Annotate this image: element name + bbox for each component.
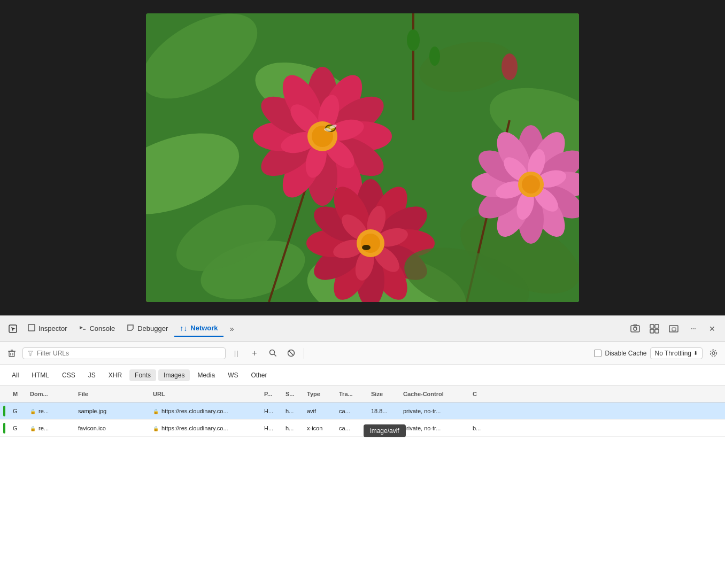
svg-point-55 [361, 234, 380, 253]
svg-point-105 [710, 350, 716, 357]
devtools-tab-bar: Inspector Console Debugger [0, 316, 725, 342]
lock-icon: 🔒 [30, 409, 36, 414]
svg-point-77 [407, 29, 420, 51]
filter-icon [27, 350, 34, 357]
filter-tab-all[interactable]: All [6, 369, 24, 381]
row-transfer: ca... [337, 408, 369, 414]
filter-tab-images[interactable]: Images [158, 369, 190, 381]
row-scheme: h... [283, 425, 305, 431]
svg-point-87 [634, 327, 637, 330]
pause-icon: || [234, 350, 238, 357]
svg-point-100 [269, 350, 274, 355]
row-cache: private, no-tr... [401, 425, 471, 431]
inspector-tab-label: Inspector [38, 324, 67, 332]
row-scheme: h... [283, 408, 305, 414]
svg-rect-92 [655, 329, 659, 333]
tab-bar-right: ··· ✕ [627, 320, 721, 337]
disable-cache-wrap[interactable]: Disable Cache [594, 350, 646, 357]
filter-url-input[interactable] [37, 350, 221, 357]
settings-button[interactable] [706, 346, 721, 361]
row-type: avif [305, 408, 337, 414]
tab-network[interactable]: ↑↓ Network [174, 321, 223, 337]
row-method: G [11, 425, 27, 431]
clear-requests-button[interactable] [4, 346, 19, 361]
screenshot-button[interactable] [627, 320, 644, 337]
pick-element-button[interactable] [4, 320, 21, 337]
responsive-button[interactable] [665, 320, 682, 337]
throttling-label: No Throttling [655, 350, 691, 357]
table-row[interactable]: G 🔒 re... favicon.ico 🔒 https://res.clou… [0, 420, 725, 437]
filter-tab-xhr[interactable]: XHR [103, 369, 127, 381]
webpage-content [146, 13, 579, 302]
svg-line-103 [289, 351, 294, 355]
header-c[interactable]: C [471, 391, 487, 397]
tab-inspector[interactable]: Inspector [22, 321, 72, 336]
block-button[interactable] [283, 346, 298, 361]
filter-tab-css[interactable]: CSS [57, 369, 81, 381]
tab-debugger[interactable]: Debugger [121, 321, 173, 336]
header-domain[interactable]: Dom... [27, 391, 75, 397]
design-button[interactable] [646, 320, 663, 337]
svg-line-101 [274, 354, 276, 357]
header-type[interactable]: Type [305, 391, 337, 397]
row-type: x-icon [305, 425, 337, 431]
svg-point-76 [522, 175, 540, 194]
tab-console[interactable]: Console [73, 321, 120, 336]
header-file[interactable]: File [75, 391, 150, 397]
chevron-icon: ⬍ [693, 350, 698, 356]
tab-more-button[interactable]: » [225, 321, 240, 336]
disable-cache-checkbox[interactable] [594, 350, 601, 357]
row-c: b... [471, 425, 487, 431]
filter-tab-media[interactable]: Media [192, 369, 220, 381]
row-url: 🔒 https://res.cloudinary.co... [150, 425, 262, 431]
filter-tab-other[interactable]: Other [245, 369, 272, 381]
block-icon [287, 349, 295, 357]
inspector-icon [28, 324, 35, 333]
filter-tab-html[interactable]: HTML [26, 369, 55, 381]
add-button[interactable]: + [247, 346, 262, 361]
row-domain: 🔒 re... [27, 425, 75, 431]
gear-icon [709, 349, 718, 357]
row-protocol: H... [262, 408, 283, 414]
svg-point-104 [712, 352, 715, 354]
row-status-indicator [0, 406, 11, 416]
filter-url-input-wrap[interactable] [22, 347, 226, 359]
network-toolbar: || + Disable Cache No Throttling [0, 342, 725, 365]
header-transfer[interactable]: Tra... [337, 391, 369, 397]
header-method[interactable]: M [11, 391, 27, 397]
svg-point-78 [429, 47, 440, 66]
table-header: M Dom... File URL P... S... Type Tra... … [0, 385, 725, 403]
console-tab-label: Console [89, 324, 115, 332]
pause-button[interactable]: || [229, 346, 244, 361]
header-s[interactable]: S... [283, 391, 305, 397]
svg-rect-95 [9, 351, 14, 357]
filter-tab-ws[interactable]: WS [222, 369, 243, 381]
more-options-button[interactable]: ··· [684, 320, 701, 337]
svg-rect-89 [650, 324, 654, 328]
svg-rect-91 [650, 329, 654, 333]
row-url: 🔒 https://res.cloudinary.co... [150, 408, 262, 414]
header-p[interactable]: P... [262, 391, 283, 397]
disable-cache-label: Disable Cache [605, 350, 646, 357]
ellipsis-icon: ··· [690, 324, 696, 334]
header-url[interactable]: URL [150, 391, 262, 397]
resource-type-filter-tabs: All HTML CSS JS XHR Fonts Images Media W… [0, 365, 725, 385]
throttling-select[interactable]: No Throttling ⬍ [650, 347, 703, 359]
header-size[interactable]: Size [369, 391, 401, 397]
plus-icon: + [252, 349, 257, 358]
console-icon [79, 324, 86, 333]
close-icon: ✕ [709, 324, 715, 333]
svg-marker-84 [80, 326, 83, 329]
filter-tab-fonts[interactable]: Fonts [129, 369, 156, 381]
header-cache[interactable]: Cache-Control [401, 391, 471, 397]
table-row[interactable]: G 🔒 re... sample.jpg 🔒 https://res.cloud… [0, 403, 725, 420]
mime-type-tooltip: image/avif [364, 424, 406, 437]
devtools-panel: Inspector Console Debugger [0, 315, 725, 588]
close-button[interactable]: ✕ [704, 320, 721, 337]
filter-tab-js[interactable]: JS [83, 369, 101, 381]
search-button[interactable] [265, 346, 280, 361]
row-domain: 🔒 re... [27, 408, 75, 414]
svg-rect-94 [672, 328, 676, 331]
network-tab-label: Network [190, 324, 218, 332]
requests-table: G 🔒 re... sample.jpg 🔒 https://res.cloud… [0, 403, 725, 588]
